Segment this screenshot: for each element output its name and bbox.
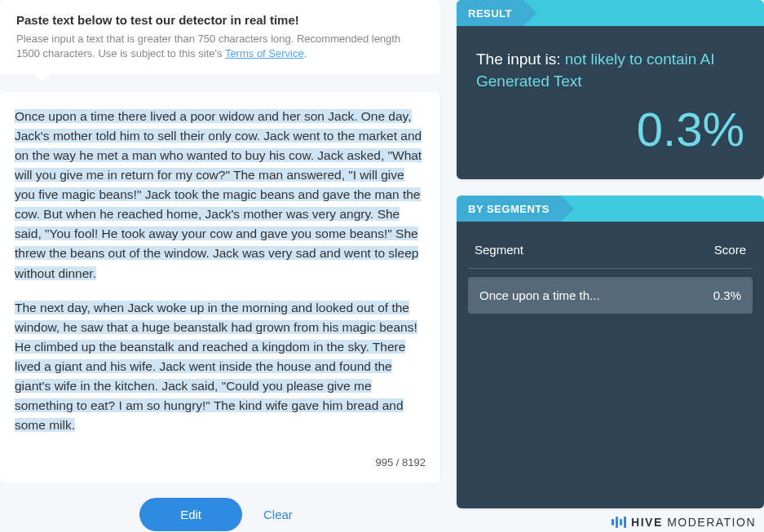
result-header-label: RESULT — [457, 0, 523, 26]
result-body: The input is: not likely to contain AI G… — [457, 26, 764, 179]
edit-button[interactable]: Edit — [139, 498, 242, 531]
instructions-description: Please input a text that is greater than… — [16, 32, 424, 61]
segments-header-label: BY SEGMENTS — [457, 196, 561, 222]
brand-footer: HIVE MODERATION — [612, 516, 756, 529]
brand-light: MODERATION — [667, 516, 756, 529]
input-paragraph-2: The next day, when Jack woke up in the m… — [15, 301, 417, 432]
instructions-header: Paste text below to test our detector in… — [0, 0, 440, 74]
hive-logo-icon — [612, 517, 626, 528]
character-counter: 995 / 8192 — [15, 456, 426, 468]
clear-button[interactable]: Clear — [255, 498, 301, 531]
brand-bold: HIVE — [631, 516, 663, 529]
segments-card: BY SEGMENTS Segment Score Once upon a ti… — [457, 196, 764, 508]
segments-col-score: Score — [714, 243, 746, 257]
segments-divider — [468, 268, 753, 269]
instructions-title: Paste text below to test our detector in… — [16, 13, 424, 27]
segments-body: Segment Score Once upon a time th... 0.3… — [457, 222, 764, 508]
button-row: Edit Clear — [0, 483, 440, 532]
segments-header: BY SEGMENTS — [457, 196, 764, 222]
result-card: RESULT The input is: not likely to conta… — [457, 0, 764, 179]
terms-of-service-link[interactable]: Terms of Service — [225, 47, 304, 59]
result-prefix: The input is: — [476, 51, 565, 68]
text-input-area[interactable]: Once upon a time there lived a poor wido… — [0, 92, 440, 482]
segments-table-header: Segment Score — [468, 238, 753, 268]
result-text: The input is: not likely to contain AI G… — [476, 49, 744, 92]
segment-row[interactable]: Once upon a time th... 0.3% — [468, 277, 753, 314]
segment-row-score: 0.3% — [713, 288, 741, 302]
result-header: RESULT — [457, 0, 764, 26]
result-percentage: 0.3% — [476, 102, 744, 156]
input-paragraph-1: Once upon a time there lived a poor wido… — [15, 109, 422, 279]
right-panel: RESULT The input is: not likely to conta… — [457, 0, 764, 508]
segments-col-segment: Segment — [475, 243, 523, 257]
speech-triangle — [33, 73, 52, 82]
text-content: Once upon a time there lived a poor wido… — [15, 107, 426, 449]
segment-row-text: Once upon a time th... — [479, 288, 600, 302]
left-panel: Paste text below to test our detector in… — [0, 0, 440, 508]
